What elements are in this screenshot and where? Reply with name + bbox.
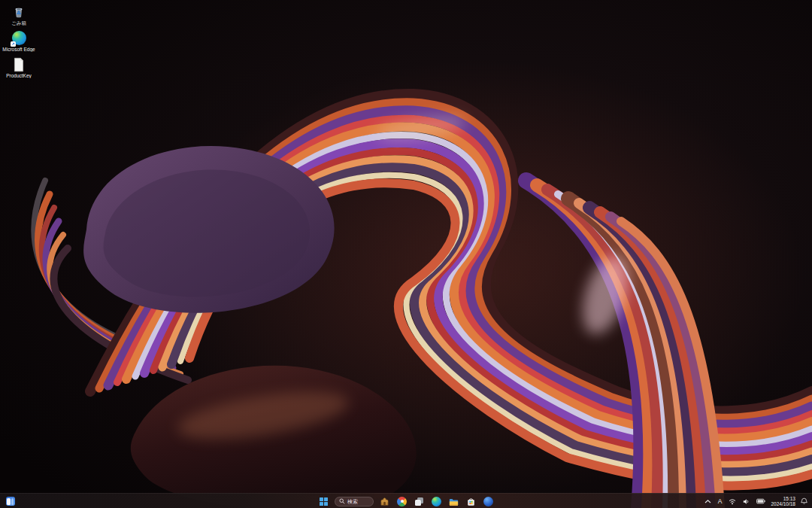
volume-button[interactable] (741, 495, 751, 507)
desktop[interactable]: ごみ箱 Microsoft Edge (0, 0, 812, 508)
microsoft-store-icon (466, 497, 476, 506)
shortcut-arrow-icon (11, 41, 16, 47)
widgets-icon (6, 497, 15, 506)
desktop-icon-label: ごみ箱 (11, 20, 26, 26)
recycle-bin-icon (11, 4, 27, 20)
start-button[interactable] (317, 495, 330, 508)
task-view-button[interactable] (413, 495, 426, 508)
network-button[interactable] (727, 495, 738, 507)
wifi-icon (729, 498, 736, 505)
bell-icon (801, 497, 807, 505)
pinned-app-photos[interactable] (395, 495, 408, 508)
pinned-app-outlook[interactable] (482, 495, 495, 508)
chevron-up-icon (704, 499, 711, 504)
microsoft-edge-icon (11, 30, 27, 46)
wallpaper-image (0, 0, 812, 508)
photos-app-icon (397, 497, 407, 506)
pinned-app-edge[interactable] (430, 495, 443, 508)
search-placeholder: 検索 (347, 497, 358, 506)
desktop-icon-label: ProductKey (6, 73, 32, 78)
desktop-icon-label: Microsoft Edge (2, 47, 35, 52)
file-explorer-icon (449, 497, 459, 506)
battery-button[interactable] (755, 495, 767, 507)
clock-date: 2024/10/18 (771, 501, 795, 507)
speaker-icon (743, 498, 750, 505)
battery-icon (756, 498, 765, 504)
desktop-icon-column: ごみ箱 Microsoft Edge (2, 4, 36, 78)
desktop-icon-recycle-bin[interactable]: ごみ箱 (2, 4, 36, 26)
ime-mode-button[interactable]: A (717, 495, 724, 507)
notification-center-button[interactable] (799, 495, 809, 507)
search-icon (339, 498, 345, 504)
hidden-icons-button[interactable] (703, 495, 713, 507)
taskbar: 検索 (0, 493, 812, 508)
windows-start-icon (320, 497, 328, 506)
microsoft-store-button[interactable] (465, 495, 477, 508)
desktop-icon-productkey[interactable]: ProductKey (2, 56, 36, 78)
search-box[interactable]: 検索 (335, 497, 374, 506)
task-view-icon (414, 497, 424, 506)
microsoft-edge-icon (432, 497, 441, 506)
file-explorer-button[interactable] (447, 495, 460, 508)
clock[interactable]: 15:13 2024/10/18 (771, 496, 795, 507)
pinned-app-castle[interactable] (378, 495, 391, 508)
clock-time: 15:13 (771, 496, 795, 502)
ime-mode-label: A (718, 497, 723, 505)
outlook-icon (483, 497, 493, 506)
desktop-icon-microsoft-edge[interactable]: Microsoft Edge (2, 30, 36, 52)
widgets-button[interactable] (4, 495, 17, 508)
castle-app-icon (380, 497, 389, 506)
document-file-icon (11, 56, 27, 72)
